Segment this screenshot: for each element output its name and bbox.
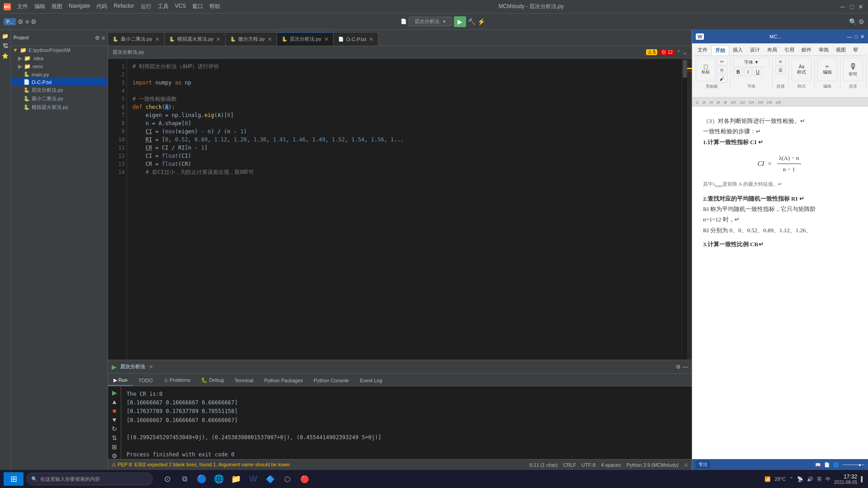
- collapse-btn[interactable]: ⌄: [683, 49, 687, 56]
- bold-btn[interactable]: B: [733, 68, 743, 76]
- sidebar-settings[interactable]: ⚙: [95, 35, 100, 41]
- cut-btn[interactable]: ✂: [717, 58, 727, 66]
- menu-tools[interactable]: 工具: [155, 2, 171, 11]
- taskbar-search[interactable]: 🔍 在这里输入你要搜索的内容: [26, 473, 153, 485]
- underline-btn[interactable]: U: [753, 68, 763, 76]
- ribbon-tab-insert[interactable]: 插入: [729, 45, 746, 56]
- settings2-btn[interactable]: ⚙: [110, 452, 119, 459]
- ribbon-tab-home[interactable]: 开始: [711, 45, 729, 56]
- run-config-selector[interactable]: 层次分析法 ▼: [409, 17, 452, 26]
- tab-sim[interactable]: 🐍 模拟退火算法.py ✕: [165, 32, 226, 46]
- taskbar-chrome[interactable]: 🌐: [211, 471, 227, 487]
- tab-ode[interactable]: 🐍 微分方程.py ✕: [226, 32, 277, 46]
- project-icon-btn[interactable]: 📁: [1, 32, 10, 41]
- taskbar-explorer[interactable]: 📁: [228, 471, 244, 487]
- ribbon-tab-file[interactable]: 文件: [694, 45, 711, 56]
- bottom-tab-terminal[interactable]: Terminal: [229, 376, 259, 386]
- bottom-tab-todo[interactable]: TODO: [133, 376, 158, 386]
- structure-icon-btn[interactable]: 🏗: [1, 42, 10, 51]
- menu-view[interactable]: 视图: [49, 2, 65, 11]
- project-btn[interactable]: P...: [4, 18, 16, 25]
- tab-ode-close[interactable]: ✕: [268, 36, 272, 42]
- menu-refactor[interactable]: Refactor: [111, 2, 137, 11]
- run-minimize-icon[interactable]: —: [683, 364, 688, 370]
- sidebar-toolbar[interactable]: Project ⚙ ≡: [11, 30, 108, 46]
- tree-main[interactable]: 🐍 main.py: [11, 70, 108, 78]
- italic-btn[interactable]: I: [744, 68, 752, 76]
- word-view-read[interactable]: 📖: [815, 462, 821, 467]
- tree-idea[interactable]: ▶ 📁 .idea: [11, 54, 108, 62]
- menu-navigate[interactable]: Navigate: [66, 2, 93, 11]
- menu-run[interactable]: 运行: [138, 2, 154, 11]
- show-desktop-btn[interactable]: ▌: [861, 476, 864, 482]
- ribbon-tab-help[interactable]: 帮: [849, 45, 862, 56]
- code-content[interactable]: # 利用层次分析法（AHP）进行评价 import numpy as np # …: [127, 59, 682, 360]
- ribbon-tabs[interactable]: 文件 开始 插入 设计 布局 引用 邮件 审阅 视图 帮: [694, 45, 866, 56]
- menu-code[interactable]: 代码: [94, 2, 110, 11]
- menu-bar[interactable]: 文件 编辑 视图 Navigate 代码 Refactor 运行 工具 VCS …: [14, 2, 223, 11]
- toolbar-right[interactable]: 🔍 ⚙: [849, 18, 864, 25]
- bottom-tab-debug[interactable]: 🐛 Debug: [196, 375, 229, 386]
- word-view-web[interactable]: 🌐: [833, 462, 839, 467]
- menu-help[interactable]: 帮助: [207, 2, 223, 11]
- menu-edit[interactable]: 编辑: [32, 2, 48, 11]
- paste-area[interactable]: 📋粘贴 ✂ ⎘ 🖌: [696, 58, 727, 83]
- ribbon-tab-view[interactable]: 视图: [832, 45, 849, 56]
- taskbar-taskview[interactable]: ⧉: [176, 471, 193, 487]
- run-button[interactable]: ▶: [454, 16, 466, 27]
- tab-lsq[interactable]: 🐍 最小二乘法.py ✕: [108, 32, 165, 46]
- taskbar-unknown2[interactable]: 🔴: [297, 471, 313, 487]
- tab-lsq-close[interactable]: ✕: [155, 36, 160, 42]
- taskbar-cortana[interactable]: ⊙: [159, 471, 175, 487]
- coverage-btn[interactable]: ⚡: [477, 18, 485, 25]
- sidebar-collapse[interactable]: ≡: [102, 35, 105, 41]
- tab-ocp[interactable]: 📄 O-C-P.txt ✕: [334, 32, 378, 46]
- tree-venv[interactable]: ▶ 📁 venv: [11, 62, 108, 70]
- tab-ocp-close[interactable]: ✕: [369, 36, 373, 42]
- search-icon[interactable]: 🔍: [849, 18, 857, 25]
- edit-btn[interactable]: ✏编辑: [817, 58, 837, 81]
- styles-btn[interactable]: Aa样式: [792, 58, 811, 81]
- word-view-btns[interactable]: 📖 📄 🌐 ─────●─: [815, 462, 864, 467]
- tab-ahp-close[interactable]: ✕: [324, 36, 329, 42]
- taskbar-pycharm[interactable]: 🔷: [262, 471, 278, 487]
- tab-bar[interactable]: 🐍 最小二乘法.py ✕ 🐍 模拟退火算法.py ✕ 🐍 微分方程.py ✕ 🐍…: [108, 30, 692, 46]
- filter-btn[interactable]: ⊞: [110, 443, 119, 450]
- stop-btn[interactable]: ■: [110, 407, 119, 414]
- start-btn[interactable]: ⊞: [4, 472, 24, 486]
- copy-btn[interactable]: ⎘: [717, 66, 727, 74]
- maximize-btn[interactable]: □: [848, 3, 855, 10]
- bottom-tab-packages[interactable]: Python Packages: [259, 376, 308, 386]
- window-controls[interactable]: ─ □ ✕: [839, 3, 864, 10]
- tab-ahp[interactable]: 🐍 层次分析法.py ✕: [277, 32, 334, 46]
- format-painter-btn[interactable]: 🖌: [717, 75, 727, 83]
- close-btn[interactable]: ✕: [857, 3, 864, 10]
- align-left-btn[interactable]: ≡: [775, 58, 786, 66]
- bottom-tab-eventlog[interactable]: Event Log: [354, 376, 388, 386]
- tab-sim-close[interactable]: ✕: [216, 36, 221, 42]
- ribbon-tab-review[interactable]: 审阅: [815, 45, 832, 56]
- rerun-btn[interactable]: ↻: [110, 425, 119, 432]
- word-collapse-btn[interactable]: —: [847, 34, 852, 40]
- tree-ahp[interactable]: 🐍 层次分析法.py: [11, 86, 108, 94]
- word-controls[interactable]: — □ ✕: [847, 34, 864, 40]
- scroll-up-btn[interactable]: ▲: [110, 398, 119, 405]
- run-config-area[interactable]: 📄 层次分析法 ▼ ▶ 🔨 ⚡: [39, 16, 846, 27]
- build-btn[interactable]: 🔨: [468, 18, 476, 25]
- tree-root[interactable]: ▼ 📁 E:\pythonProject\M: [11, 46, 108, 54]
- taskbar-edge[interactable]: 🔵: [193, 471, 210, 487]
- tree-lsq[interactable]: 🐍 最小二乘法.py: [11, 94, 108, 103]
- taskbar-word[interactable]: W: [245, 471, 261, 487]
- ribbon-tab-design[interactable]: 设计: [746, 45, 764, 56]
- settings-icon[interactable]: ⚙: [859, 18, 864, 25]
- expand-btn[interactable]: ⌃: [676, 49, 681, 56]
- run-settings-icon[interactable]: ⚙: [676, 364, 681, 370]
- bottom-tab-console[interactable]: Python Console: [308, 376, 354, 386]
- bottom-tab-problems[interactable]: ⚠ Problems: [158, 375, 196, 386]
- favorites-icon-btn[interactable]: ⭐: [1, 52, 10, 61]
- run-again-btn[interactable]: ▶: [110, 389, 119, 396]
- word-close-btn[interactable]: ✕: [860, 34, 864, 40]
- minimize-btn[interactable]: ─: [839, 3, 846, 10]
- tree-ocp[interactable]: 📄 O-C-P.txt: [11, 78, 108, 86]
- ribbon-tab-mail[interactable]: 邮件: [798, 45, 815, 56]
